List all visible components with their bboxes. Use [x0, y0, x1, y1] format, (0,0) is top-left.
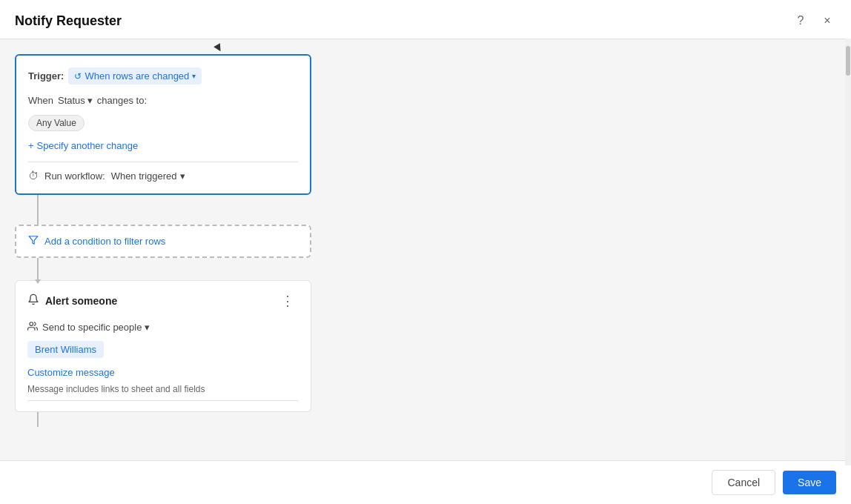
field-select-button[interactable]: Status ▾	[58, 95, 93, 106]
action-header: Alert someone ⋮	[27, 291, 299, 311]
changes-label: changes to:	[97, 95, 147, 106]
send-to-button[interactable]: Send to specific people ▾	[42, 322, 150, 333]
scrollbar-track[interactable]	[845, 39, 851, 465]
svg-marker-0	[29, 236, 38, 245]
customize-message-button[interactable]: Customize message	[27, 367, 115, 378]
condition-card[interactable]: Add a condition to filter rows	[15, 225, 311, 258]
add-change-button[interactable]: + Specify another change	[28, 140, 138, 151]
scrollbar-thumb[interactable]	[846, 46, 850, 76]
when-row: When Status ▾ changes to:	[28, 95, 298, 106]
recipient-tag: Brent Williams	[27, 341, 104, 358]
close-button[interactable]: ×	[818, 12, 836, 30]
clock-icon: ⏱	[28, 170, 39, 182]
dialog: Notify Requester ? × Trigger: ↺ When row…	[0, 0, 851, 504]
when-label: When	[28, 95, 53, 106]
help-button[interactable]: ?	[792, 12, 809, 30]
add-change-label: Specify another change	[37, 140, 139, 151]
cancel-button[interactable]: Cancel	[712, 470, 775, 495]
action-divider	[27, 400, 299, 401]
action-title-row: Alert someone	[27, 294, 117, 308]
trigger-select-button[interactable]: ↺ When rows are changed ▾	[68, 67, 202, 84]
plus-icon: +	[28, 140, 34, 151]
people-icon	[27, 321, 38, 334]
run-select-button[interactable]: When triggered ▾	[111, 170, 185, 182]
field-name: Status	[58, 95, 85, 106]
send-to-label: Send to specific people	[42, 322, 142, 333]
workflow-container: Trigger: ↺ When rows are changed ▾ When …	[15, 54, 341, 427]
dialog-body: Trigger: ↺ When rows are changed ▾ When …	[0, 39, 851, 460]
dialog-footer: Cancel Save	[0, 460, 851, 504]
any-value-tag: Any Value	[28, 115, 85, 131]
trigger-row: Trigger: ↺ When rows are changed ▾	[28, 67, 298, 84]
condition-label: Add a condition to filter rows	[44, 236, 165, 247]
trigger-value: When rows are changed	[85, 70, 189, 82]
send-to-chevron-icon: ▾	[145, 322, 150, 333]
trigger-divider	[28, 162, 298, 162]
trigger-chevron-icon: ▾	[192, 72, 196, 80]
connector-line-1	[37, 195, 39, 225]
send-to-row: Send to specific people ▾	[27, 321, 299, 334]
action-title: Alert someone	[45, 295, 117, 307]
filter-icon	[28, 235, 39, 248]
message-info: Message includes links to sheet and all …	[27, 384, 299, 394]
action-card: Alert someone ⋮ Send to speci	[15, 280, 311, 412]
header-actions: ? ×	[792, 12, 836, 30]
bell-icon	[27, 294, 39, 308]
run-value: When triggered	[111, 170, 177, 182]
bottom-connector	[37, 412, 39, 427]
dialog-title: Notify Requester	[15, 13, 122, 29]
run-label: Run workflow:	[44, 170, 105, 182]
field-chevron-icon: ▾	[87, 95, 93, 106]
arrow-connector	[37, 258, 39, 280]
save-button[interactable]: Save	[783, 471, 836, 494]
dialog-header: Notify Requester ? ×	[0, 0, 851, 39]
run-workflow-row: ⏱ Run workflow: When triggered ▾	[28, 170, 298, 182]
run-chevron-icon: ▾	[180, 170, 185, 182]
trigger-card: Trigger: ↺ When rows are changed ▾ When …	[15, 54, 311, 195]
trigger-label: Trigger:	[28, 70, 64, 82]
refresh-icon: ↺	[74, 71, 82, 82]
svg-point-1	[30, 322, 33, 326]
more-options-button[interactable]: ⋮	[277, 291, 299, 311]
